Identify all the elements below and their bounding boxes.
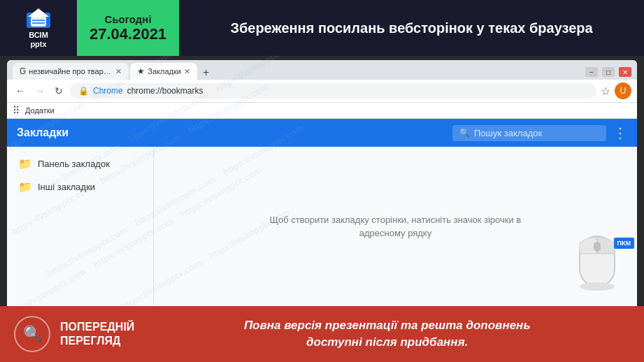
search-placeholder: Пошук закладок	[474, 128, 542, 138]
user-avatar[interactable]: U	[615, 82, 631, 99]
bookmarks-sidebar: 📁 Панель закладок 📁 Інші закладки	[7, 147, 154, 306]
folder-other-icon: 📁	[18, 180, 32, 194]
tab2-close-icon[interactable]: ✕	[184, 67, 190, 76]
grid-icon: ⠿	[13, 105, 20, 116]
mouse-svg	[573, 222, 622, 296]
pkm-label: ПКМ	[614, 238, 634, 249]
bottom-footer: 🔍 ПОПЕРЕДНІЙПЕРЕГЛЯД Повна версія презен…	[0, 306, 644, 362]
empty-message: Щоб створити закладку сторінки, натисніт…	[263, 213, 529, 240]
tab2-favicon: ★	[137, 66, 145, 76]
window-controls: − □ ✕	[585, 67, 631, 80]
logo-section: ВСІМpptx	[0, 0, 77, 56]
search-box[interactable]: 🔍 Пошук закладок	[452, 125, 606, 141]
bookmarks-manager: Закладки 🔍 Пошук закладок ⋮ 📁 Панель зак…	[7, 119, 637, 306]
browser-tab-2[interactable]: ★ Закладки ✕	[130, 63, 197, 80]
new-tab-button[interactable]: +	[199, 66, 213, 79]
preview-label: ПОПЕРЕДНІЙПЕРЕГЛЯД	[60, 320, 134, 348]
browser-container: G незвичайне про тварин - Пош... ✕ ★ Зак…	[7, 60, 637, 306]
logo-text: ВСІМpptx	[29, 31, 48, 49]
folder-panel-label: Панель закладок	[38, 159, 110, 169]
tab1-label: незвичайне про тварин - Пош...	[29, 67, 113, 75]
tab2-label: Закладки	[148, 67, 181, 75]
star-button[interactable]: ☆	[601, 85, 610, 98]
svg-rect-2	[31, 17, 46, 27]
toolbar-label[interactable]: Додатки	[25, 106, 55, 115]
date-today-label: Сьогодні	[105, 13, 152, 25]
bookmarks-toolbar: ⠿ Додатки	[7, 103, 637, 119]
mouse-illustration: ПКМ	[573, 222, 629, 299]
forward-button[interactable]: →	[32, 84, 48, 98]
lock-icon: 🔒	[78, 86, 89, 96]
svg-point-8	[580, 282, 615, 291]
folder-panel-icon: 📁	[18, 157, 32, 171]
bookmarks-header: Закладки 🔍 Пошук закладок ⋮	[7, 119, 637, 147]
refresh-button[interactable]: ↻	[52, 84, 66, 98]
date-badge: Сьогодні 27.04.2021	[77, 0, 179, 56]
browser-tab-1[interactable]: G незвичайне про тварин - Пош... ✕	[13, 63, 129, 80]
address-bar: ← → ↻ 🔒 Chrome chrome://bookmarks ☆ U	[7, 80, 637, 103]
url-path: chrome://bookmarks	[127, 86, 203, 96]
svg-rect-7	[594, 242, 601, 252]
more-options-icon[interactable]: ⋮	[613, 124, 627, 141]
tab1-favicon: G	[20, 66, 26, 76]
search-preview-icon: 🔍	[23, 325, 42, 343]
folder-item-other[interactable]: 📁 Інші закладки	[13, 177, 148, 197]
footer-message: Повна версія презентації та решта доповн…	[144, 317, 630, 351]
bookmarks-manager-title: Закладки	[17, 126, 445, 139]
header-title: Збереження посилань вебсторінок у теках …	[179, 0, 644, 56]
tab1-close-icon[interactable]: ✕	[115, 67, 122, 76]
tabs-row: G незвичайне про тварин - Пош... ✕ ★ Зак…	[7, 60, 637, 80]
bookmarks-body: 📁 Панель закладок 📁 Інші закладки Щоб ст…	[7, 147, 637, 306]
search-icon: 🔍	[459, 128, 470, 138]
maximize-button[interactable]: □	[602, 67, 615, 77]
date-value: 27.04.2021	[90, 25, 166, 43]
preview-icon-circle: 🔍	[14, 316, 50, 352]
logo-icon	[25, 7, 52, 29]
close-button[interactable]: ✕	[619, 67, 631, 77]
main-content: https://vsimpptx.com https://vsimpptx.co…	[0, 56, 644, 306]
top-header: ВСІМpptx Сьогодні 27.04.2021 Збереження …	[0, 0, 644, 56]
back-button[interactable]: ←	[13, 84, 28, 98]
minimize-button[interactable]: −	[585, 67, 598, 77]
folder-item-panel[interactable]: 📁 Панель закладок	[13, 154, 148, 174]
url-domain: Chrome	[93, 86, 123, 96]
folder-other-label: Інші закладки	[38, 182, 95, 192]
bookmarks-content: Щоб створити закладку сторінки, натисніт…	[154, 147, 637, 306]
url-bar[interactable]: 🔒 Chrome chrome://bookmarks	[70, 83, 596, 99]
